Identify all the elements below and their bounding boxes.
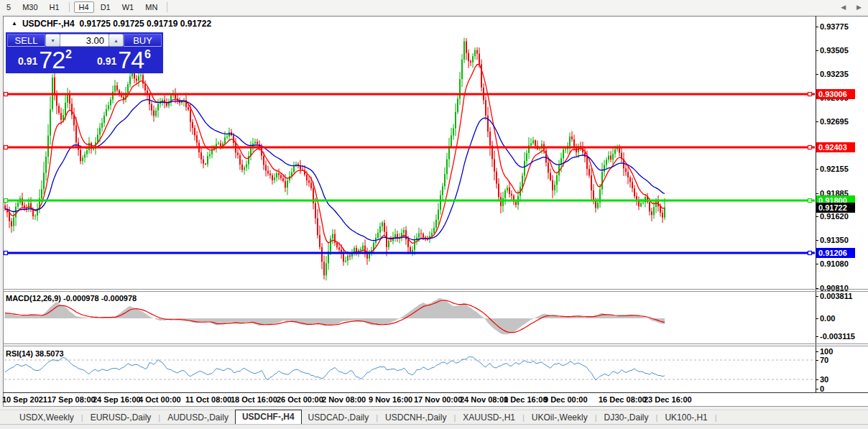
- tab-scroll-left-icon[interactable]: ◀: [841, 4, 846, 11]
- chart-tab-dj30[interactable]: DJ30-,Daily: [598, 410, 655, 424]
- timeframe-button-h1[interactable]: H1: [45, 1, 65, 13]
- price-tick-label: 0.91350: [820, 236, 849, 244]
- chart-tab-usdx[interactable]: USDX,Weekly: [13, 410, 80, 424]
- time-axis-label: 17 Sep 08:00: [47, 395, 96, 404]
- mt4-terminal: 5M30H1H4D1W1MN 0.937750.935050.932350.92…: [0, 0, 868, 429]
- time-axis-label: 16 Dec 08:00: [599, 395, 647, 404]
- macd-tick-label: 0.00: [820, 314, 835, 323]
- time-axis-label: 2 Nov 08:00: [322, 395, 366, 404]
- chart-tab-usdcad[interactable]: USDCAD-,Daily: [302, 410, 376, 424]
- price-tick-mark: [816, 216, 818, 217]
- hline-price-label: 0.93006: [816, 89, 855, 99]
- macd-tick-mark: [816, 318, 818, 319]
- symbol-triangle-icon: ▲: [11, 19, 17, 28]
- rsi-tick-label: 70: [820, 356, 828, 364]
- sell-button[interactable]: SELL: [7, 34, 45, 47]
- macd-tick-mark: [816, 296, 818, 297]
- time-axis-label: 24 Sep 16:00: [93, 395, 141, 404]
- macd-tick-label: 0.003811: [820, 292, 852, 300]
- price-tick-label: 0.93235: [820, 70, 849, 78]
- current-price-label: 0.91722: [816, 203, 855, 213]
- time-axis-label: 10 Sep 2021: [2, 395, 47, 404]
- toolbar-separator: [69, 2, 70, 12]
- chart-tab-audusd[interactable]: AUDUSD-,Daily: [161, 410, 235, 424]
- timeframe-button-w1[interactable]: W1: [117, 1, 139, 13]
- price-tick-label: 0.93505: [820, 46, 849, 55]
- sell-price-base: 0.91: [18, 55, 37, 67]
- price-tick-mark: [816, 240, 818, 241]
- rsi-tick-mark: [816, 379, 818, 380]
- time-axis-label: 4 Oct 00:00: [139, 395, 181, 404]
- rsi-indicator-label: RSI(14) 38.5073: [6, 349, 64, 358]
- price-tick-mark: [816, 193, 818, 194]
- price-tick-mark: [816, 169, 818, 170]
- timeframe-button-h4[interactable]: H4: [74, 1, 94, 13]
- price-tick-label: 0.91620: [820, 212, 849, 221]
- volume-decrease-button[interactable]: ▾: [45, 34, 60, 47]
- time-axis-label: 9 Dec 00:00: [544, 395, 588, 404]
- tab-scroll-nav: ◀ ▶: [841, 4, 862, 11]
- volume-increase-button[interactable]: ▴: [108, 34, 124, 47]
- time-axis-label: 1 Dec 16:00: [504, 395, 548, 404]
- buy-price-base: 0.91: [97, 55, 116, 67]
- one-click-trade-panel: SELL ▾ 3.00 ▴ BUY 0.91 72 2 0.91 74 6: [6, 32, 163, 73]
- buy-button[interactable]: BUY: [124, 34, 162, 47]
- chart-tab-eurusd[interactable]: EURUSD-,Daily: [84, 410, 158, 424]
- macd-indicator-label: MACD(12,26,9) -0.000978 -0.000978: [6, 294, 137, 303]
- tab-scroll-right-icon[interactable]: ▶: [857, 4, 862, 11]
- time-axis-label: 17 Nov 00:00: [414, 395, 462, 404]
- time-axis-border: [3, 392, 868, 393]
- macd-rsi-splitter[interactable]: [3, 343, 868, 344]
- chart-tab-xauusd[interactable]: XAUUSD-,H1: [456, 410, 522, 424]
- chart-tab-uk100[interactable]: UK100-,H1: [658, 410, 714, 424]
- symbol-title: USDCHF-,H4: [22, 19, 75, 29]
- price-tick-mark: [816, 74, 818, 75]
- timeframe-button-5[interactable]: 5: [1, 1, 16, 13]
- toolbar-separator: [167, 2, 167, 12]
- main-macd-splitter[interactable]: [3, 289, 868, 290]
- chart-tab-ukoil[interactable]: UKOil-,Weekly: [525, 410, 594, 424]
- time-axis-label: 9 Nov 16:00: [369, 395, 412, 404]
- chart-symbol-header: ▲ USDCHF-,H4 0.91725 0.91725 0.91719 0.9…: [11, 19, 211, 29]
- price-tick-mark: [816, 27, 818, 27]
- timeframe-toolbar: 5M30H1H4D1W1MN: [0, 0, 868, 14]
- sell-price-big: 72: [39, 49, 65, 70]
- rsi-tick-mark: [816, 389, 818, 389]
- rsi-tick-mark: [816, 351, 818, 352]
- price-tick-mark: [816, 50, 818, 51]
- hline-price-label: 0.92403: [816, 142, 855, 152]
- chart-background[interactable]: [3, 16, 868, 407]
- buy-price-sup: 6: [144, 48, 151, 61]
- sell-price-sup: 2: [65, 48, 72, 61]
- timeframe-button-m30[interactable]: M30: [17, 1, 42, 13]
- hline-price-label: 0.91206: [816, 248, 855, 258]
- timeframe-button-d1[interactable]: D1: [96, 1, 116, 13]
- chart-tab-usdcnh[interactable]: USDCNH-,Daily: [379, 410, 453, 424]
- macd-tick-label: -0.003115: [820, 332, 855, 341]
- ohlc-values: 0.91725 0.91725 0.91719 0.91722: [80, 19, 212, 29]
- macd-rsi-splitter-2: [3, 346, 868, 346]
- price-tick-label: 0.91080: [820, 259, 849, 268]
- macd-tick-mark: [816, 336, 818, 337]
- rsi-tick-label: 100: [820, 347, 833, 356]
- price-tick-label: 0.93775: [820, 22, 849, 31]
- price-tick-mark: [816, 121, 818, 122]
- chart-tab-bar: USDX,Weekly|EURUSD-,Daily|AUDUSD-,DailyU…: [0, 410, 868, 424]
- time-axis-label: 18 Oct 16:00: [231, 395, 277, 404]
- rsi-tick-mark: [816, 360, 818, 361]
- time-axis-label: 11 Oct 08:00: [185, 395, 231, 404]
- price-tick-mark: [816, 264, 818, 264]
- sell-price-display[interactable]: 0.91 72 2: [7, 48, 83, 72]
- buy-price-big: 74: [118, 49, 144, 70]
- volume-input[interactable]: 3.00: [60, 34, 108, 47]
- chart-tab-usdchf[interactable]: USDCHF-,H4: [235, 410, 302, 424]
- window-bottom-border: [3, 406, 868, 407]
- timeframe-button-mn[interactable]: MN: [140, 1, 162, 13]
- tab-separator: |: [714, 413, 718, 422]
- main-macd-splitter-2: [3, 291, 868, 292]
- buy-price-display[interactable]: 0.91 74 6: [86, 48, 162, 72]
- time-axis-label: 24 Nov 08:00: [460, 395, 508, 404]
- rsi-tick-label: 30: [820, 375, 828, 384]
- time-axis-label: 26 Oct 00:00: [277, 395, 323, 404]
- price-tick-label: 0.92695: [820, 117, 849, 126]
